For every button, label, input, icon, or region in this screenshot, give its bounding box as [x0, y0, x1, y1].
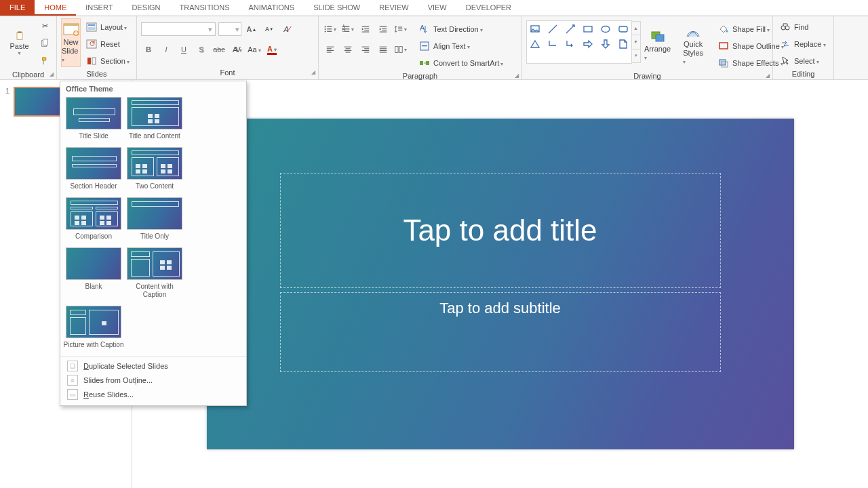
- decrease-font-button[interactable]: A▼: [262, 22, 277, 37]
- tab-animations[interactable]: ANIMATIONS: [239, 0, 304, 16]
- eraser-icon: A⁄: [283, 25, 290, 33]
- decrease-indent-button[interactable]: [358, 22, 373, 37]
- convert-smartart-button[interactable]: Convert to SmartArt: [416, 56, 506, 70]
- svg-rect-56: [422, 45, 427, 46]
- layout-button[interactable]: Layout: [83, 20, 132, 34]
- shape-oval-icon[interactable]: [600, 24, 611, 35]
- align-text-button[interactable]: Align Text: [416, 39, 506, 53]
- shapes-scroll[interactable]: ▲▼▾: [631, 21, 641, 63]
- strikethrough-button[interactable]: abc: [212, 42, 226, 57]
- svg-rect-51: [380, 52, 387, 53]
- layout-title-only[interactable]: Title Only: [124, 197, 185, 241]
- layout-title-slide[interactable]: Title Slide: [63, 97, 124, 140]
- shapes-gallery[interactable]: ▲▼▾: [526, 20, 632, 64]
- font-size-combo[interactable]: ▾: [218, 22, 241, 36]
- shape-line-icon[interactable]: [547, 24, 558, 35]
- increase-font-button[interactable]: A▲: [244, 22, 259, 37]
- numbering-button[interactable]: 123▼: [340, 22, 355, 37]
- tab-review[interactable]: REVIEW: [370, 0, 418, 16]
- tab-design[interactable]: DESIGN: [122, 0, 170, 16]
- shape-triangle-icon[interactable]: [530, 39, 540, 49]
- reuse-icon: ▭: [67, 389, 78, 400]
- svg-rect-29: [380, 26, 387, 27]
- quick-styles-button[interactable]: Quick Styles: [683, 20, 703, 69]
- bullets-button[interactable]: ▼: [323, 22, 338, 37]
- layout-picture-caption[interactable]: Picture with Caption: [63, 306, 124, 349]
- font-color-button[interactable]: A: [264, 42, 279, 57]
- replace-button[interactable]: Replace: [777, 37, 829, 51]
- tab-developer[interactable]: DEVELOPER: [456, 0, 521, 16]
- group-slides: New Slide Layout Reset Section Slides: [57, 16, 137, 79]
- reuse-slides-item[interactable]: ▭Reuse Slides...: [60, 387, 246, 401]
- font-name-combo[interactable]: ▾: [141, 22, 216, 36]
- line-spacing-button[interactable]: ▼: [393, 22, 408, 37]
- subtitle-placeholder-text: Tap to add subtitle: [439, 300, 561, 317]
- svg-rect-47: [364, 52, 369, 53]
- subtitle-placeholder[interactable]: Tap to add subtitle: [280, 292, 721, 372]
- align-right-button[interactable]: [358, 42, 373, 57]
- layout-blank[interactable]: Blank: [63, 247, 124, 299]
- justify-button[interactable]: [376, 42, 391, 57]
- svg-rect-3: [43, 39, 47, 45]
- cut-button[interactable]: ✂: [37, 18, 52, 33]
- char-spacing-button[interactable]: AV: [229, 42, 244, 57]
- align-center-button[interactable]: [340, 42, 355, 57]
- change-case-button[interactable]: Aa: [247, 42, 262, 57]
- svg-rect-37: [327, 48, 332, 49]
- smartart-icon: [419, 58, 430, 68]
- svg-rect-5: [64, 24, 79, 26]
- paste-button[interactable]: Paste ▼: [4, 18, 35, 67]
- arrange-button[interactable]: Arrange: [644, 20, 671, 69]
- align-left-button[interactable]: [323, 42, 338, 57]
- shape-arrowline-icon[interactable]: [565, 24, 576, 35]
- shape-rectangle-icon[interactable]: [530, 24, 540, 35]
- select-button[interactable]: Select: [777, 54, 829, 68]
- format-painter-button[interactable]: [37, 54, 52, 68]
- shape-elbow-arrow-icon[interactable]: [565, 39, 576, 49]
- underline-button[interactable]: U: [176, 42, 191, 57]
- tab-view[interactable]: VIEW: [418, 0, 456, 16]
- layout-comparison[interactable]: Comparison: [63, 197, 124, 241]
- section-button[interactable]: Section: [83, 54, 132, 68]
- font-launcher[interactable]: ◢: [311, 69, 315, 75]
- tab-transitions[interactable]: TRANSITIONS: [170, 0, 239, 16]
- layout-title-content[interactable]: Title and Content: [124, 97, 185, 140]
- slides-from-outline-item[interactable]: ≡Slides from Outline...: [60, 373, 246, 387]
- tab-file[interactable]: FILE: [0, 0, 35, 16]
- shape-arrow-right-icon[interactable]: [583, 39, 593, 49]
- tab-slideshow[interactable]: SLIDE SHOW: [304, 0, 370, 16]
- drawing-launcher[interactable]: ◢: [766, 73, 770, 79]
- new-slide-gallery: Office Theme Title Slide Title and Conte…: [60, 81, 247, 406]
- tab-home[interactable]: HOME: [35, 0, 76, 16]
- duplicate-icon: ❏: [67, 361, 78, 371]
- group-paragraph: ▼ 123▼ ▼ ▼ AText Direction Align Text C: [319, 16, 522, 79]
- svg-rect-10: [87, 40, 96, 48]
- find-button[interactable]: Find: [777, 20, 829, 34]
- italic-button[interactable]: I: [159, 42, 174, 57]
- shape-roundrect-icon[interactable]: [618, 24, 629, 35]
- copy-button[interactable]: [37, 36, 52, 51]
- shape-rect-icon[interactable]: [583, 24, 593, 35]
- shape-elbow-icon[interactable]: [547, 39, 558, 49]
- layout-content-caption[interactable]: Content with Caption: [124, 247, 185, 299]
- clear-formatting-button[interactable]: A⁄: [279, 22, 294, 37]
- duplicate-slides-item[interactable]: ❏Duplicate Selected Slides: [60, 359, 246, 373]
- increase-indent-button[interactable]: [376, 22, 391, 37]
- slide[interactable]: Tap to add title Tap to add subtitle: [207, 119, 794, 449]
- bold-button[interactable]: B: [141, 42, 156, 57]
- text-shadow-button[interactable]: S: [194, 42, 209, 57]
- layout-section-header[interactable]: Section Header: [63, 147, 124, 190]
- reset-button[interactable]: Reset: [83, 37, 132, 51]
- new-slide-button[interactable]: New Slide: [61, 18, 81, 67]
- shape-document-icon[interactable]: [618, 39, 629, 49]
- svg-rect-66: [719, 43, 728, 49]
- paragraph-launcher[interactable]: ◢: [515, 73, 519, 79]
- text-direction-button[interactable]: AText Direction: [416, 22, 506, 36]
- columns-button[interactable]: ▼: [393, 42, 408, 57]
- svg-rect-50: [380, 50, 387, 51]
- tab-insert[interactable]: INSERT: [76, 0, 122, 16]
- shape-arrow-down-icon[interactable]: [600, 39, 611, 49]
- layout-two-content[interactable]: Two Content: [124, 147, 185, 190]
- clipboard-launcher[interactable]: ◢: [50, 71, 54, 77]
- title-placeholder[interactable]: Tap to add title: [280, 173, 721, 288]
